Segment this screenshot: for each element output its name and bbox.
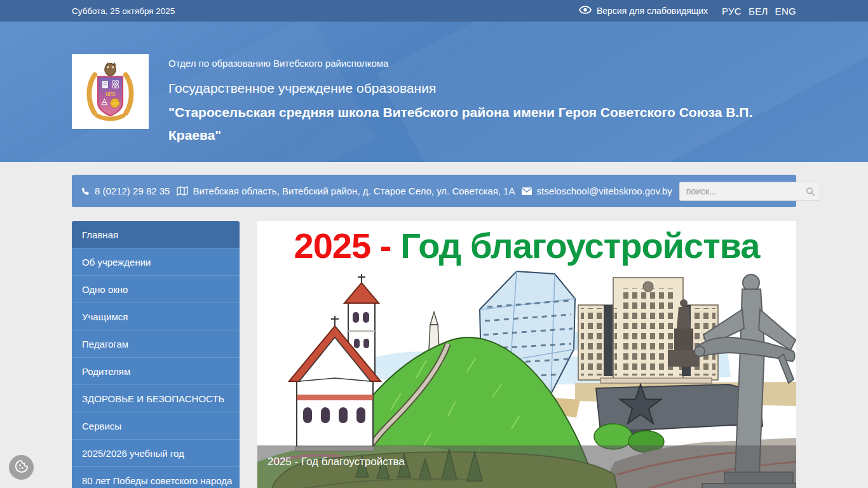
address-block: Витебская область, Витебский район, д. С… (177, 186, 515, 196)
phone-icon (81, 187, 90, 196)
sidebar-item-school-year[interactable]: 2025/2026 учебный год (72, 440, 240, 467)
lang-eng[interactable]: ENG (775, 6, 796, 17)
envelope-icon (522, 187, 532, 195)
school-name: "Старосельская средняя школа Витебского … (168, 101, 778, 147)
banner-slide[interactable]: 2025 - Год благоустройства (257, 221, 796, 488)
lang-rus[interactable]: РУС (722, 6, 742, 17)
search-box (679, 182, 820, 201)
sidebar-item-services[interactable]: Сервисы (72, 412, 240, 440)
sidebar-item-about[interactable]: Об учреждении (72, 248, 240, 276)
contact-bar: 8 (0212) 29 82 35 Витебская область, Вит… (72, 175, 796, 207)
search-input[interactable] (679, 182, 820, 201)
cookie-settings-button[interactable] (9, 455, 34, 480)
cookie-icon (15, 459, 29, 475)
sidebar-item-one-window[interactable]: Одно окно (72, 276, 240, 303)
banner-title: 2025 - Год благоустройства (257, 221, 796, 270)
department-name: Отдел по образованию Витебского райиспол… (168, 58, 778, 69)
current-date: Суббота, 25 октября 2025 (72, 6, 175, 16)
accessibility-version-link[interactable]: Версия для слабовидящих (579, 6, 708, 16)
lang-bel[interactable]: БЕЛ (749, 6, 768, 17)
sidebar-item-parents[interactable]: Родителям (72, 358, 240, 385)
svg-text:1855: 1855 (105, 92, 116, 97)
phone-block: 8 (0212) 29 82 35 (81, 186, 170, 196)
search-icon[interactable] (806, 187, 815, 198)
eye-icon (579, 6, 592, 16)
sidebar-item-home[interactable]: Главная (72, 221, 240, 248)
email-text[interactable]: stseloschool@vitebskroo.gov.by (536, 186, 672, 196)
language-switcher: РУС БЕЛ ENG (722, 6, 796, 17)
sidebar-menu: Главная Об учреждении Одно окно Учащимся… (72, 221, 240, 488)
sidebar-item-students[interactable]: Учащимся (72, 303, 240, 330)
banner-title-text: Год благоустройства (400, 225, 759, 266)
org-type: Государственное учреждение образования (168, 81, 778, 96)
top-bar: Суббота, 25 октября 2025 Версия для слаб… (0, 0, 868, 22)
owl-icon (105, 62, 117, 76)
phone-number[interactable]: 8 (0212) 29 82 35 (95, 186, 170, 196)
site-header: 1855 Отдел по образованию Витебского рай… (0, 22, 868, 162)
map-icon (177, 186, 188, 196)
sidebar-item-teachers[interactable]: Педагогам (72, 330, 240, 358)
accessibility-label: Версия для слабовидящих (597, 6, 708, 16)
sidebar-item-80-years-victory[interactable]: 80 лет Победы советского народа (72, 467, 240, 488)
school-logo: 1855 (72, 54, 149, 129)
email-block: stseloschool@vitebskroo.gov.by (522, 186, 672, 196)
banner-caption-bar: 2025 - Год благоустройства (257, 445, 796, 488)
address-text: Витебская область, Витебский район, д. С… (193, 186, 515, 196)
banner-caption-text: 2025 - Год благоустройства (268, 456, 405, 468)
sidebar-item-health-safety[interactable]: ЗДОРОВЬЕ И БЕЗОПАСНОСТЬ (72, 385, 240, 412)
banner-title-year: 2025 - (294, 225, 391, 266)
